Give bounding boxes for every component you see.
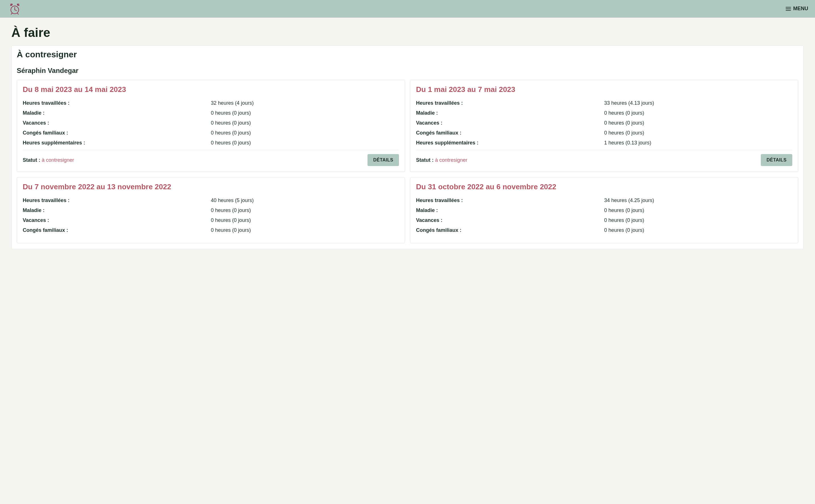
kv-label: Heures travaillées : bbox=[23, 198, 211, 203]
kv-value: 0 heures (0 jours) bbox=[211, 140, 399, 146]
status-text: Statut : à contresigner bbox=[23, 157, 74, 163]
status-label: Statut : bbox=[416, 157, 435, 163]
card-title: Du 1 mai 2023 au 7 mai 2023 bbox=[416, 85, 792, 94]
kv-label: Maladie : bbox=[416, 110, 604, 116]
kv-row-sick: Maladie :0 heures (0 jours) bbox=[416, 207, 792, 213]
timesheet-card: Du 8 mai 2023 au 14 mai 2023Heures trava… bbox=[17, 80, 405, 172]
kv-value: 0 heures (0 jours) bbox=[604, 207, 792, 213]
alarm-clock-icon bbox=[9, 3, 21, 15]
svg-line-6 bbox=[17, 13, 18, 14]
kv-value: 0 heures (0 jours) bbox=[211, 130, 399, 136]
card-title: Du 31 octobre 2022 au 6 novembre 2022 bbox=[416, 182, 792, 191]
kv-value: 0 heures (0 jours) bbox=[211, 110, 399, 116]
kv-label: Congés familiaux : bbox=[416, 130, 604, 136]
menu-button[interactable]: MENU bbox=[785, 6, 808, 12]
kv-label: Heures travaillées : bbox=[23, 100, 211, 106]
status-row: Statut : à contresignerDÉTAILS bbox=[23, 154, 399, 166]
kv-row-worked: Heures travaillées :33 heures (4.13 jour… bbox=[416, 100, 792, 106]
svg-line-2 bbox=[15, 10, 16, 11]
status-label: Statut : bbox=[23, 157, 42, 163]
panel-to-countersign: À contresigner Séraphin Vandegar Du 8 ma… bbox=[11, 45, 804, 249]
kv-label: Vacances : bbox=[416, 120, 604, 126]
main-container: À faire À contresigner Séraphin Vandegar… bbox=[0, 18, 815, 257]
menu-label: MENU bbox=[793, 6, 808, 12]
kv-value: 0 heures (0 jours) bbox=[604, 110, 792, 116]
kv-row-overtime: Heures supplémentaires :0 heures (0 jour… bbox=[23, 140, 399, 146]
kv-label: Vacances : bbox=[23, 120, 211, 126]
kv-row-family: Congés familiaux :0 heures (0 jours) bbox=[23, 227, 399, 233]
kv-value: 33 heures (4.13 jours) bbox=[604, 100, 792, 106]
topbar: MENU bbox=[0, 0, 815, 18]
kv-label: Maladie : bbox=[416, 207, 604, 213]
kv-row-vacation: Vacances :0 heures (0 jours) bbox=[416, 217, 792, 223]
kv-label: Heures travaillées : bbox=[416, 198, 604, 203]
kv-value: 0 heures (0 jours) bbox=[211, 227, 399, 233]
status-value: à contresigner bbox=[435, 157, 467, 163]
card-title: Du 7 novembre 2022 au 13 novembre 2022 bbox=[23, 182, 399, 191]
kv-label: Vacances : bbox=[416, 217, 604, 223]
kv-value: 40 heures (5 jours) bbox=[211, 198, 399, 203]
page-title: À faire bbox=[11, 26, 804, 40]
section-title: À contresigner bbox=[17, 50, 798, 59]
kv-value: 0 heures (0 jours) bbox=[604, 217, 792, 223]
kv-label: Congés familiaux : bbox=[23, 227, 211, 233]
kv-label: Maladie : bbox=[23, 207, 211, 213]
kv-row-worked: Heures travaillées :40 heures (5 jours) bbox=[23, 198, 399, 203]
status-value: à contresigner bbox=[42, 157, 74, 163]
timesheet-card: Du 7 novembre 2022 au 13 novembre 2022He… bbox=[17, 177, 405, 243]
kv-label: Congés familiaux : bbox=[23, 130, 211, 136]
status-row: Statut : à contresignerDÉTAILS bbox=[416, 154, 792, 166]
details-button[interactable]: DÉTAILS bbox=[367, 154, 399, 166]
kv-value: 1 heures (0.13 jours) bbox=[604, 140, 792, 146]
kv-label: Vacances : bbox=[23, 217, 211, 223]
app-logo[interactable] bbox=[9, 3, 21, 15]
status-text: Statut : à contresigner bbox=[416, 157, 467, 163]
kv-row-vacation: Vacances :0 heures (0 jours) bbox=[23, 120, 399, 126]
kv-row-family: Congés familiaux :0 heures (0 jours) bbox=[416, 130, 792, 136]
timesheet-card: Du 31 octobre 2022 au 6 novembre 2022Heu… bbox=[410, 177, 798, 243]
cards-grid: Du 8 mai 2023 au 14 mai 2023Heures trava… bbox=[17, 80, 798, 243]
kv-value: 0 heures (0 jours) bbox=[604, 120, 792, 126]
kv-row-sick: Maladie :0 heures (0 jours) bbox=[23, 207, 399, 213]
kv-value: 34 heures (4.25 jours) bbox=[604, 198, 792, 203]
person-name: Séraphin Vandegar bbox=[17, 67, 798, 75]
kv-value: 0 heures (0 jours) bbox=[604, 227, 792, 233]
kv-value: 0 heures (0 jours) bbox=[211, 120, 399, 126]
kv-row-family: Congés familiaux :0 heures (0 jours) bbox=[23, 130, 399, 136]
kv-label: Congés familiaux : bbox=[416, 227, 604, 233]
kv-row-worked: Heures travaillées :34 heures (4.25 jour… bbox=[416, 198, 792, 203]
kv-row-worked: Heures travaillées :32 heures (4 jours) bbox=[23, 100, 399, 106]
kv-value: 32 heures (4 jours) bbox=[211, 100, 399, 106]
kv-label: Heures supplémentaires : bbox=[23, 140, 211, 146]
kv-row-vacation: Vacances :0 heures (0 jours) bbox=[23, 217, 399, 223]
timesheet-card: Du 1 mai 2023 au 7 mai 2023Heures travai… bbox=[410, 80, 798, 172]
kv-value: 0 heures (0 jours) bbox=[211, 217, 399, 223]
svg-line-5 bbox=[11, 13, 12, 14]
kv-label: Heures travaillées : bbox=[416, 100, 604, 106]
kv-row-overtime: Heures supplémentaires :1 heures (0.13 j… bbox=[416, 140, 792, 146]
kv-row-sick: Maladie :0 heures (0 jours) bbox=[416, 110, 792, 116]
kv-row-sick: Maladie :0 heures (0 jours) bbox=[23, 110, 399, 116]
kv-row-vacation: Vacances :0 heures (0 jours) bbox=[416, 120, 792, 126]
hamburger-icon bbox=[785, 6, 791, 12]
kv-value: 0 heures (0 jours) bbox=[604, 130, 792, 136]
kv-row-family: Congés familiaux :0 heures (0 jours) bbox=[416, 227, 792, 233]
card-title: Du 8 mai 2023 au 14 mai 2023 bbox=[23, 85, 399, 94]
kv-value: 0 heures (0 jours) bbox=[211, 207, 399, 213]
kv-label: Heures supplémentaires : bbox=[416, 140, 604, 146]
details-button[interactable]: DÉTAILS bbox=[761, 154, 792, 166]
kv-label: Maladie : bbox=[23, 110, 211, 116]
